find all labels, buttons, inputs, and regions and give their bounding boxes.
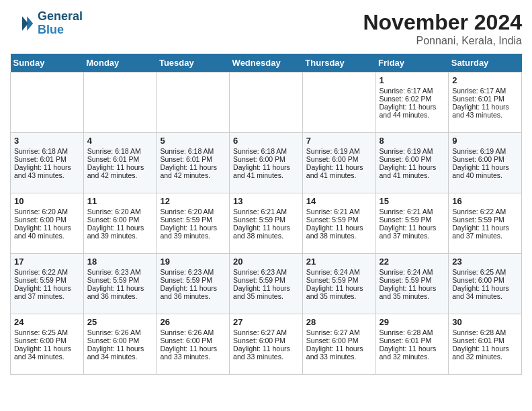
day-number: 5 — [160, 136, 226, 146]
day-header: Wednesday — [230, 54, 303, 73]
day-info: Sunset: 5:59 PM — [306, 276, 372, 284]
day-header: Saturday — [449, 54, 522, 73]
day-info: Sunset: 6:02 PM — [380, 95, 445, 103]
day-info: Sunrise: 6:28 AM — [452, 328, 518, 336]
day-info: and 40 minutes. — [452, 171, 518, 179]
day-info: Sunset: 6:01 PM — [452, 95, 518, 103]
day-info: Sunset: 5:59 PM — [452, 216, 518, 224]
day-info: Daylight: 11 hours — [14, 345, 80, 353]
day-info: and 43 minutes. — [452, 111, 518, 119]
calendar-cell — [11, 73, 84, 133]
day-info: Sunset: 6:00 PM — [87, 336, 153, 345]
day-info: Sunset: 5:59 PM — [87, 276, 153, 284]
calendar-cell: 3Sunrise: 6:18 AMSunset: 6:01 PMDaylight… — [11, 133, 84, 193]
day-info: Sunset: 6:00 PM — [452, 276, 518, 284]
day-info: Sunrise: 6:18 AM — [14, 147, 80, 155]
day-number: 24 — [14, 317, 80, 327]
day-info: Sunset: 6:01 PM — [14, 155, 80, 163]
day-info: Daylight: 11 hours — [233, 345, 299, 353]
day-info: Daylight: 11 hours — [306, 284, 372, 292]
day-info: Sunset: 5:59 PM — [380, 276, 445, 284]
day-info: Sunset: 6:00 PM — [306, 336, 372, 345]
day-info: Sunset: 5:59 PM — [306, 216, 372, 224]
day-info: and 38 minutes. — [306, 232, 372, 240]
day-info: and 34 minutes. — [452, 292, 518, 300]
day-info: Sunset: 6:00 PM — [160, 336, 226, 345]
day-info: Sunrise: 6:22 AM — [452, 208, 518, 216]
day-info: Daylight: 11 hours — [87, 224, 153, 232]
day-header: Tuesday — [157, 54, 230, 73]
day-info: Daylight: 11 hours — [160, 345, 226, 353]
day-info: Daylight: 11 hours — [233, 163, 299, 171]
day-info: and 39 minutes. — [87, 232, 153, 240]
calendar-cell: 27Sunrise: 6:27 AMSunset: 6:00 PMDayligh… — [230, 314, 303, 375]
day-info: and 33 minutes. — [306, 353, 372, 361]
day-info: Sunrise: 6:27 AM — [306, 328, 372, 336]
day-info: Daylight: 11 hours — [160, 163, 226, 171]
title-section: November 2024 Ponnani, Kerala, India — [363, 10, 522, 47]
calendar-cell: 30Sunrise: 6:28 AMSunset: 6:01 PMDayligh… — [449, 314, 522, 375]
day-info: Sunset: 6:00 PM — [233, 336, 299, 345]
day-number: 13 — [233, 196, 299, 206]
day-info: Daylight: 11 hours — [380, 284, 445, 292]
calendar-header-row: SundayMondayTuesdayWednesdayThursdayFrid… — [11, 54, 522, 73]
calendar-cell: 19Sunrise: 6:23 AMSunset: 5:59 PMDayligh… — [157, 254, 230, 314]
day-info: and 32 minutes. — [452, 353, 518, 361]
day-info: Daylight: 11 hours — [14, 284, 80, 292]
day-info: Daylight: 11 hours — [380, 224, 445, 232]
day-info: Sunrise: 6:21 AM — [306, 208, 372, 216]
day-info: and 32 minutes. — [380, 353, 445, 361]
day-info: Daylight: 11 hours — [14, 163, 80, 171]
day-number: 17 — [14, 257, 80, 267]
day-info: and 33 minutes. — [233, 353, 299, 361]
calendar-cell — [157, 73, 230, 133]
calendar-cell: 11Sunrise: 6:20 AMSunset: 6:00 PMDayligh… — [83, 193, 157, 254]
day-info: Sunrise: 6:28 AM — [380, 328, 445, 336]
day-number: 11 — [87, 196, 153, 206]
day-info: Sunrise: 6:25 AM — [14, 328, 80, 336]
day-info: Daylight: 11 hours — [87, 284, 153, 292]
day-info: Sunrise: 6:19 AM — [306, 147, 372, 155]
day-info: Sunrise: 6:25 AM — [452, 268, 518, 276]
calendar-cell — [230, 73, 303, 133]
calendar-cell: 13Sunrise: 6:21 AMSunset: 5:59 PMDayligh… — [230, 193, 303, 254]
day-number: 10 — [14, 196, 80, 206]
calendar-cell: 26Sunrise: 6:26 AMSunset: 6:00 PMDayligh… — [157, 314, 230, 375]
day-number: 19 — [160, 257, 226, 267]
calendar-cell: 12Sunrise: 6:20 AMSunset: 5:59 PMDayligh… — [157, 193, 230, 254]
calendar-cell: 29Sunrise: 6:28 AMSunset: 6:01 PMDayligh… — [375, 314, 449, 375]
location: Ponnani, Kerala, India — [363, 35, 522, 47]
calendar-cell: 24Sunrise: 6:25 AMSunset: 6:00 PMDayligh… — [11, 314, 84, 375]
day-info: Sunset: 6:00 PM — [14, 336, 80, 345]
day-info: Daylight: 11 hours — [233, 224, 299, 232]
calendar-table: SundayMondayTuesdayWednesdayThursdayFrid… — [10, 54, 522, 375]
day-info: and 43 minutes. — [14, 171, 80, 179]
calendar-cell: 21Sunrise: 6:24 AMSunset: 5:59 PMDayligh… — [302, 254, 375, 314]
day-info: Daylight: 11 hours — [87, 345, 153, 353]
day-info: and 40 minutes. — [14, 232, 80, 240]
day-info: Sunrise: 6:17 AM — [380, 87, 445, 95]
day-info: Sunrise: 6:20 AM — [87, 208, 153, 216]
day-number: 30 — [452, 317, 518, 327]
calendar-cell: 8Sunrise: 6:19 AMSunset: 6:00 PMDaylight… — [375, 133, 449, 193]
day-info: Sunset: 5:59 PM — [14, 276, 80, 284]
day-info: Daylight: 11 hours — [452, 103, 518, 111]
calendar-week-row: 1Sunrise: 6:17 AMSunset: 6:02 PMDaylight… — [11, 73, 522, 133]
day-number: 27 — [233, 317, 299, 327]
calendar-cell: 23Sunrise: 6:25 AMSunset: 6:00 PMDayligh… — [449, 254, 522, 314]
day-info: Daylight: 11 hours — [233, 284, 299, 292]
day-number: 23 — [452, 257, 518, 267]
day-info: and 34 minutes. — [14, 353, 80, 361]
day-number: 21 — [306, 257, 372, 267]
day-info: Sunset: 6:00 PM — [233, 155, 299, 163]
day-info: Sunrise: 6:26 AM — [87, 328, 153, 336]
day-info: Daylight: 11 hours — [452, 163, 518, 171]
day-info: Daylight: 11 hours — [380, 103, 445, 111]
day-info: and 35 minutes. — [233, 292, 299, 300]
day-info: Daylight: 11 hours — [14, 224, 80, 232]
logo-text: General Blue — [38, 10, 83, 37]
day-info: Sunset: 6:00 PM — [380, 155, 445, 163]
day-info: Sunrise: 6:19 AM — [380, 147, 445, 155]
day-info: and 41 minutes. — [306, 171, 372, 179]
day-info: Sunrise: 6:23 AM — [233, 268, 299, 276]
